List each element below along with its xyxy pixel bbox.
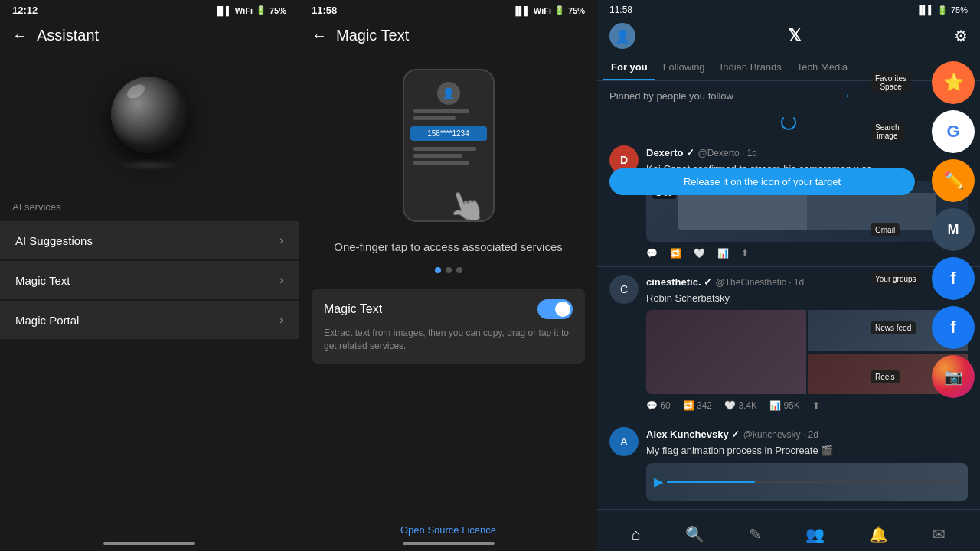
- menu-label-ai: AI Suggestions: [15, 234, 93, 247]
- bubble-search-image[interactable]: G Searchimage: [932, 110, 975, 153]
- tw-content[interactable]: Pinned by people you follow → ⋮ D Dexert…: [597, 81, 980, 517]
- twitter-x-logo: 𝕏: [788, 26, 802, 46]
- share-action[interactable]: ⬆: [741, 248, 749, 259]
- comment-action[interactable]: 💬: [646, 248, 658, 259]
- tweet-handle-dexerto: @Dexerto · 1d: [697, 148, 757, 158]
- nav-bell-icon[interactable]: 🔔: [869, 525, 888, 543]
- tweet-handle-alex: @kunchevsky · 2d: [743, 429, 818, 440]
- tweet-actions-cinesthetic: 💬 60 🔁 342 🤍 3.4K 📊 95K ⬆: [646, 400, 968, 411]
- gmail-icon: M: [948, 222, 959, 238]
- bubble-news-feed[interactable]: f News feed: [932, 306, 975, 349]
- tweet-body-dexerto: Dexerto ✓ @Dexerto · 1d Kai Cenat confir…: [646, 145, 968, 259]
- tweet-header-dexerto: Dexerto ✓ @Dexerto · 1d: [646, 145, 968, 159]
- dot-2[interactable]: [446, 267, 452, 273]
- chevron-icon-3: ›: [279, 313, 283, 327]
- tab-following[interactable]: Following: [655, 55, 713, 80]
- nav-people-icon[interactable]: 👥: [805, 525, 825, 543]
- tweet-img-grid: [646, 310, 968, 394]
- toggle-row: Magic Text: [324, 299, 573, 319]
- open-source-link[interactable]: Open Source Licence: [299, 524, 597, 536]
- tweet-dexerto[interactable]: D Dexerto ✓ @Dexerto · 1d Kai Cenat conf…: [597, 138, 980, 267]
- tweet-text-cinesthetic: Robin Scherbatsky: [646, 292, 968, 305]
- toggle-knob: [555, 302, 570, 317]
- magic-text-toggle[interactable]: [537, 299, 573, 319]
- toggle-description: Extract text from images, then you can c…: [324, 327, 573, 353]
- back-button-2[interactable]: ←: [312, 27, 327, 44]
- contact-icon: 👤: [437, 82, 460, 105]
- loading-spinner: [781, 115, 796, 130]
- play-icon: ▶: [654, 474, 663, 489]
- bubble-label-gmail: Gmail: [871, 223, 900, 236]
- nav-write-icon[interactable]: ✎: [749, 525, 762, 543]
- bottom-bar-2: [403, 542, 495, 545]
- signal-icon: ▐▌▌: [214, 6, 231, 15]
- video-controls: ▶: [646, 463, 968, 501]
- cinesthetic-initial: C: [620, 283, 628, 295]
- ai-services-label: AI services: [0, 201, 299, 220]
- menu-item-ai-suggestions[interactable]: AI Suggestions ›: [0, 221, 299, 259]
- assistant-orb[interactable]: [111, 77, 188, 153]
- top-nav-2: ← Magic Text: [299, 21, 597, 54]
- facebook-groups-icon: f: [950, 269, 956, 289]
- grid-cell-1: [646, 310, 806, 394]
- tab-tech-media[interactable]: Tech Media: [789, 55, 855, 80]
- view-action[interactable]: 📊: [717, 248, 729, 259]
- bubble-label-favorites: FavoritesSpace: [871, 72, 911, 93]
- demo-caption: One-finger tap to access associated serv…: [299, 230, 597, 261]
- page-title-2: Magic Text: [336, 27, 409, 44]
- facebook-feed-icon: f: [950, 318, 956, 337]
- img-left: [678, 193, 807, 230]
- share-count[interactable]: ⬆: [812, 400, 820, 411]
- typed-icon: ✏️: [943, 171, 964, 191]
- tw-time: 11:58: [609, 5, 632, 15]
- like-action[interactable]: 🤍: [694, 248, 705, 259]
- menu-item-magic-text[interactable]: Magic Text ›: [0, 261, 299, 299]
- bubble-your-groups[interactable]: f Your groups: [932, 257, 975, 300]
- retweet-count[interactable]: 🔁 342: [683, 400, 712, 411]
- tweet-body-cinesthetic: cinesthetic. ✓ @TheCinesthetic · 1d Robi…: [646, 275, 968, 411]
- pinned-arrow-icon[interactable]: →: [839, 89, 851, 103]
- tweet-text-alex: My flag animation process in Procreate 🎬: [646, 444, 968, 458]
- tw-tabs: For you Following Indian Brands Tech Med…: [597, 55, 980, 81]
- compose-row: +: [597, 510, 980, 517]
- tab-indian-brands[interactable]: Indian Brands: [713, 55, 789, 80]
- tw-user-avatar[interactable]: 👤: [609, 23, 635, 49]
- battery-icon: 🔋: [256, 5, 266, 15]
- dot-3[interactable]: [456, 267, 462, 273]
- nav-search-icon[interactable]: 🔍: [685, 525, 704, 543]
- dot-1[interactable]: [435, 267, 441, 273]
- comment-count[interactable]: 💬 60: [646, 400, 671, 411]
- phone-demo: 👤 158****1234 👆: [299, 54, 597, 230]
- assistant-panel: 12:12 ▐▌▌ WiFi 🔋 75% ← Assistant AI serv…: [0, 0, 299, 551]
- top-nav-1: ← Assistant: [0, 21, 299, 54]
- battery-icon-2: 🔋: [554, 5, 565, 15]
- status-icons-1: ▐▌▌ WiFi 🔋 75%: [214, 5, 286, 15]
- menu-item-magic-portal[interactable]: Magic Portal ›: [0, 301, 299, 339]
- tw-status-bar: 11:58 ▐▌▌ 🔋 75%: [597, 0, 980, 20]
- bubble-favorites-space[interactable]: ⭐ FavoritesSpace: [932, 61, 975, 104]
- back-button-1[interactable]: ←: [12, 27, 28, 44]
- retweet-action[interactable]: 🔁: [670, 248, 681, 259]
- bubble-gmail[interactable]: M Gmail: [932, 208, 975, 251]
- progress-bar: [667, 481, 960, 483]
- status-icons-2: ▐▌▌ WiFi 🔋 75%: [512, 5, 585, 15]
- instagram-icon: 📷: [944, 367, 963, 386]
- bubble-label-reels: Reels: [871, 370, 900, 383]
- alex-initial: A: [620, 435, 627, 448]
- wifi-icon: WiFi: [235, 6, 253, 15]
- tw-bottom-nav: ⌂ 🔍 ✎ 👥 🔔 ✉: [597, 517, 980, 551]
- progress-fill: [667, 481, 755, 483]
- menu-label-magic-text: Magic Text: [15, 274, 70, 287]
- page-title-1: Assistant: [37, 27, 99, 44]
- bubble-label-news-feed: News feed: [871, 321, 916, 334]
- tweet-cinesthetic[interactable]: C cinesthetic. ✓ @TheCinesthetic · 1d Ro…: [597, 267, 980, 419]
- dots-indicator: [299, 261, 597, 279]
- like-count[interactable]: 🤍 3.4K: [724, 400, 757, 411]
- bubble-reels[interactable]: 📷 Reels: [932, 355, 975, 398]
- view-count[interactable]: 📊 95K: [769, 400, 800, 411]
- nav-home-icon[interactable]: ⌂: [632, 526, 641, 543]
- bubble-typed-note[interactable]: ✏️ Typed note: [932, 159, 975, 202]
- twitter-phone: 11:58 ▐▌▌ 🔋 75% 👤 𝕏 ⚙ For you Following …: [597, 0, 980, 551]
- tweet-alex[interactable]: A Alex Kunchevsky ✓ @kunchevsky · 2d My …: [597, 419, 980, 509]
- tab-for-you[interactable]: For you: [603, 55, 655, 80]
